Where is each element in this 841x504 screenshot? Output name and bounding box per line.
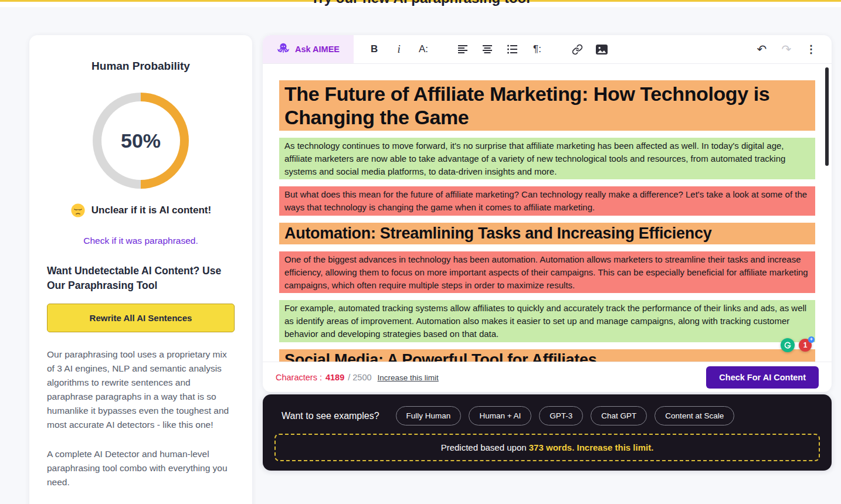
- undo-button[interactable]: ↶: [750, 39, 774, 59]
- align-left-button[interactable]: [451, 39, 476, 59]
- editor-block-orange[interactable]: Automation: Streamlining Tasks and Incre…: [279, 223, 815, 244]
- editor-block-green[interactable]: As technology continues to move forward,…: [279, 138, 815, 179]
- editor-section: Ask AIMEE B i A: ¶:: [263, 35, 832, 471]
- grammar-extension-icon[interactable]: [781, 338, 795, 352]
- editor-toolbar: Ask AIMEE B i A: ¶:: [263, 35, 832, 64]
- floating-widgets: 1 +: [781, 338, 812, 352]
- align-left-icon: [458, 45, 469, 54]
- octopus-icon: [277, 42, 290, 57]
- editor-blocks: The Future of Affiliate Marketing: How T…: [279, 80, 815, 362]
- predicted-limit-link[interactable]: 373 words. Increase this limit.: [529, 442, 654, 452]
- paragraph-style-button[interactable]: ¶:: [525, 39, 550, 59]
- panel-description-1: Our paraphrasing tool uses a proprietary…: [47, 348, 235, 432]
- example-pill-button[interactable]: Human + AI: [469, 406, 531, 425]
- editor-card: Ask AIMEE B i A: ¶:: [263, 35, 832, 392]
- characters-limit: / 2500: [348, 373, 371, 382]
- verdict-row: Unclear if it is AI content!: [47, 203, 235, 218]
- pensive-emoji-icon: [70, 203, 86, 218]
- examples-row: Want to see examples? Fully HumanHuman +…: [274, 404, 820, 434]
- align-center-button[interactable]: [476, 39, 500, 59]
- plus-icon: +: [808, 336, 815, 343]
- editor-block-green[interactable]: For example, automated tracking systems …: [279, 300, 815, 342]
- example-pill-button[interactable]: Content at Scale: [655, 406, 734, 425]
- italic-button[interactable]: i: [386, 39, 411, 59]
- align-center-icon: [483, 45, 493, 54]
- characters-label: Characters :: [276, 373, 322, 382]
- check-ai-content-button[interactable]: Check For AI Content: [706, 366, 819, 389]
- font-size-button[interactable]: A:: [411, 39, 436, 59]
- link-icon: [572, 44, 583, 55]
- editor-content[interactable]: The Future of Affiliate Marketing: How T…: [263, 64, 832, 362]
- panel-description-2: A complete AI Detector and human-level p…: [47, 447, 235, 489]
- example-pill-button[interactable]: Fully Human: [396, 406, 462, 425]
- predicted-box: Predicted based upon 373 words. Increase…: [274, 434, 820, 461]
- editor-block-orange[interactable]: Social Media: A Powerful Tool for Affili…: [279, 349, 815, 362]
- image-button[interactable]: [589, 39, 614, 59]
- banner-clipped-text: — Try our new AI paraphrasing tool —: [0, 0, 841, 6]
- editor-footer: Characters : 4189 / 2500 Increase this l…: [263, 362, 832, 392]
- example-pills: Fully HumanHuman + AIGPT-3Chat GPTConten…: [396, 406, 735, 425]
- increase-limit-link[interactable]: Increase this limit: [378, 373, 439, 382]
- list-button[interactable]: [500, 39, 525, 59]
- predicted-prefix: Predicted based upon: [441, 442, 529, 452]
- link-button[interactable]: [565, 39, 589, 59]
- check-paraphrased-link[interactable]: Check if it was paraphrased.: [47, 236, 235, 246]
- top-banner: — Try our new AI paraphrasing tool —: [0, 0, 841, 7]
- main-layout: Human Probability 50% Unclear if it is A…: [0, 7, 841, 504]
- character-counter: Characters : 4189 / 2500 Increase this l…: [276, 373, 439, 382]
- ask-aimee-label: Ask AIMEE: [295, 45, 340, 54]
- redo-button[interactable]: ↷: [774, 39, 799, 59]
- ask-aimee-button[interactable]: Ask AIMEE: [263, 35, 354, 63]
- editor-block-orange[interactable]: The Future of Affiliate Marketing: How T…: [279, 80, 815, 131]
- gauge-center: 50%: [101, 101, 180, 180]
- cta-heading: Want Undetectable AI Content? Use Our Pa…: [47, 264, 235, 293]
- verdict-text: Unclear if it is AI content!: [91, 205, 211, 216]
- human-probability-panel: Human Probability 50% Unclear if it is A…: [29, 35, 252, 504]
- gauge-percent: 50%: [121, 130, 161, 152]
- rewrite-all-sentences-button[interactable]: Rewrite All AI Sentences: [47, 304, 235, 332]
- probability-gauge: 50%: [93, 93, 189, 189]
- scrollbar-thumb[interactable]: [825, 67, 829, 166]
- more-options-button[interactable]: ⋮: [799, 39, 823, 59]
- panel-title: Human Probability: [47, 60, 235, 73]
- bold-button[interactable]: B: [362, 39, 386, 59]
- editor-block-red[interactable]: But what does this mean for the future o…: [279, 186, 815, 216]
- example-pill-button[interactable]: GPT-3: [539, 406, 583, 425]
- characters-count: 4189: [325, 373, 344, 382]
- examples-prompt: Want to see examples?: [282, 411, 379, 421]
- editor-block-red[interactable]: One of the biggest advances in technolog…: [279, 251, 815, 293]
- example-pill-button[interactable]: Chat GPT: [591, 406, 647, 425]
- notification-count: 1: [803, 341, 808, 349]
- image-icon: [596, 45, 608, 55]
- examples-panel: Want to see examples? Fully HumanHuman +…: [263, 394, 832, 471]
- list-icon: [507, 45, 518, 54]
- notification-badge[interactable]: 1 +: [799, 339, 812, 352]
